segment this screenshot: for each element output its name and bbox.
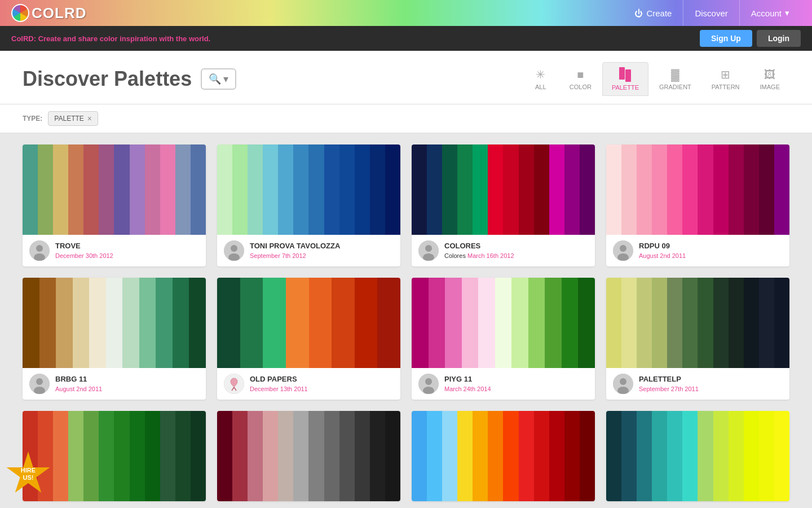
palette-info: PIYG 11 March 24th 2014	[412, 368, 595, 400]
color-swatch	[606, 278, 621, 368]
color-swatch	[324, 144, 339, 235]
color-swatch	[621, 144, 637, 235]
palette-meta: PALETTELP September 27th 2011	[639, 375, 783, 393]
logo-icon	[11, 4, 29, 22]
all-icon: ✳	[536, 68, 545, 81]
nav-discover[interactable]: Discover	[683, 0, 739, 26]
type-tag-palette[interactable]: PALETTE ×	[48, 111, 98, 126]
color-swatch	[713, 278, 729, 368]
color-swatch	[729, 278, 744, 368]
palette-info: OLD PAPERS December 13th 2011	[217, 368, 400, 400]
logo[interactable]: COLRD	[11, 4, 86, 22]
palette-card[interactable]: BRBG 11 August 2nd 2011	[23, 278, 206, 400]
palette-info: PALETTELP September 27th 2011	[606, 368, 789, 400]
page-title-row: Discover Palettes 🔍 ▾ ✳ ALL ■ COLOR PALE…	[23, 62, 789, 96]
palette-card[interactable]: PIYG 11 March 24th 2014	[412, 278, 595, 400]
color-swatch	[263, 411, 278, 501]
color-swatch	[519, 144, 534, 235]
palette-date: December 13th 2011	[250, 386, 308, 392]
filter-tab-image[interactable]: 🖼 IMAGE	[751, 63, 789, 95]
palette-card[interactable]: PALETTELP September 27th 2011	[606, 278, 789, 400]
color-swatch	[293, 144, 308, 235]
palette-name: TONI PROVA TAVOLOZZA	[250, 242, 394, 250]
avatar	[418, 240, 439, 261]
color-swatch	[217, 411, 232, 501]
palette-card[interactable]: OLD PAPERS December 13th 2011	[217, 278, 400, 400]
svg-point-19	[425, 378, 432, 385]
palette-name: TROVE	[55, 242, 199, 250]
type-filter-label: TYPE:	[23, 115, 42, 122]
color-swatch	[385, 144, 400, 235]
palette-card[interactable]: TROVE December 30th 2012	[23, 144, 206, 266]
filter-tabs: ✳ ALL ■ COLOR PALETTE ▓ GRADIENT ⊞ PATTE	[523, 62, 789, 96]
filter-tab-gradient[interactable]: ▓ GRADIENT	[650, 63, 701, 95]
color-swatch	[263, 144, 278, 235]
avatar	[613, 240, 633, 261]
remove-type-tag-icon[interactable]: ×	[87, 114, 92, 123]
filter-tab-color[interactable]: ■ COLOR	[560, 63, 601, 95]
color-swatch	[324, 411, 339, 501]
palette-card[interactable]	[23, 411, 206, 501]
color-swatch	[23, 278, 39, 368]
filter-tab-palette[interactable]: PALETTE	[602, 62, 648, 96]
color-swatch	[412, 278, 429, 368]
palette-meta: BRBG 11 August 2nd 2011	[55, 375, 199, 393]
color-swatch	[621, 278, 637, 368]
color-swatch	[83, 411, 99, 501]
palette-swatches	[606, 411, 789, 501]
nav-account[interactable]: Account ▾	[740, 0, 801, 26]
search-button[interactable]: 🔍 ▾	[201, 68, 236, 90]
palette-date: August 2nd 2011	[639, 252, 686, 259]
login-button[interactable]: Login	[757, 30, 801, 47]
color-swatch	[293, 411, 308, 501]
color-swatch	[412, 411, 427, 501]
color-swatch	[217, 144, 232, 235]
color-swatch	[545, 278, 562, 368]
palette-card[interactable]: COLORES Colores March 16th 2012	[412, 144, 595, 266]
color-swatch	[355, 411, 370, 501]
nav-create[interactable]: ⏻ Create	[623, 0, 683, 26]
palette-card[interactable]: TONI PROVA TAVOLOZZA September 7th 2012	[217, 144, 400, 266]
banner-buttons: Sign Up Login	[700, 30, 801, 47]
filter-tab-all[interactable]: ✳ ALL	[523, 63, 559, 95]
palette-card[interactable]: RDPU 09 August 2nd 2011	[606, 144, 789, 266]
palette-card[interactable]	[606, 411, 789, 501]
palette-info: TONI PROVA TAVOLOZZA September 7th 2012	[217, 235, 400, 266]
color-swatch	[156, 278, 173, 368]
svg-point-1	[36, 245, 43, 252]
palette-swatches	[412, 411, 595, 501]
color-swatch	[175, 411, 191, 501]
color-swatch	[445, 278, 462, 368]
palette-swatches	[23, 144, 206, 235]
color-swatch	[68, 144, 83, 235]
color-swatch	[511, 278, 528, 368]
color-swatch	[682, 278, 698, 368]
filter-tab-pattern[interactable]: ⊞ PATTERN	[702, 63, 749, 95]
color-swatch	[217, 278, 240, 368]
color-swatch	[606, 144, 621, 235]
color-swatch	[442, 411, 457, 501]
color-swatch	[38, 144, 53, 235]
palette-swatches	[23, 278, 206, 368]
color-swatch	[744, 144, 759, 235]
color-swatch	[263, 278, 286, 368]
color-swatch	[637, 278, 652, 368]
color-swatch	[286, 278, 309, 368]
color-swatch	[232, 144, 248, 235]
color-swatch	[377, 278, 400, 368]
palette-card[interactable]	[412, 411, 595, 501]
color-swatch	[442, 144, 457, 235]
filter-tab-color-label: COLOR	[570, 84, 592, 90]
color-swatch	[232, 411, 248, 501]
color-swatch	[495, 278, 512, 368]
palette-card[interactable]	[217, 411, 400, 501]
signup-button[interactable]: Sign Up	[700, 30, 752, 47]
color-swatch	[160, 144, 175, 235]
color-swatch	[621, 411, 637, 501]
avatar	[418, 374, 439, 394]
color-swatch	[457, 411, 473, 501]
color-swatch	[68, 411, 83, 501]
palette-date: Colores March 16th 2012	[444, 252, 514, 259]
color-swatch	[759, 144, 774, 235]
color-swatch	[549, 144, 564, 235]
